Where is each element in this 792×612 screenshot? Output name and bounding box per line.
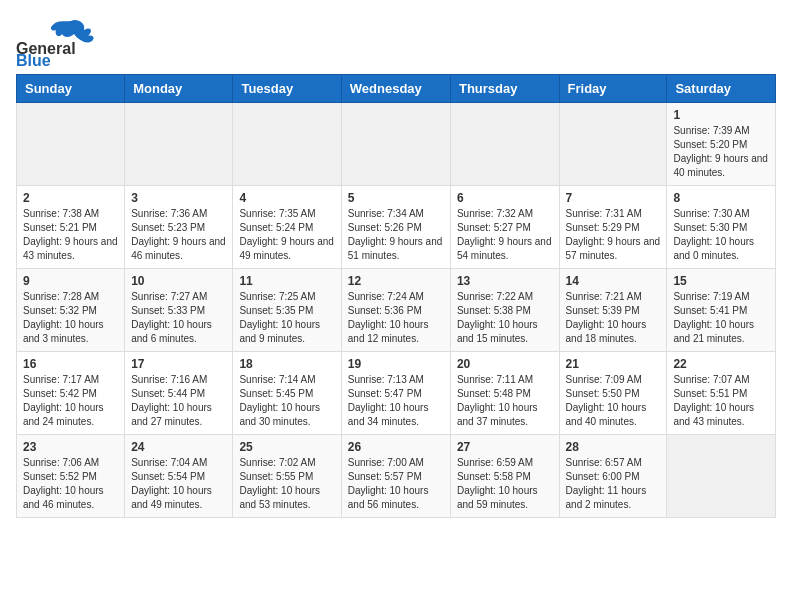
calendar-week-row: 9Sunrise: 7:28 AM Sunset: 5:32 PM Daylig… [17,269,776,352]
day-number: 3 [131,191,226,205]
day-number: 6 [457,191,553,205]
day-info: Sunrise: 7:11 AM Sunset: 5:48 PM Dayligh… [457,373,553,429]
day-number: 1 [673,108,769,122]
day-info: Sunrise: 7:07 AM Sunset: 5:51 PM Dayligh… [673,373,769,429]
day-number: 9 [23,274,118,288]
calendar-day-cell: 3Sunrise: 7:36 AM Sunset: 5:23 PM Daylig… [125,186,233,269]
day-number: 24 [131,440,226,454]
day-info: Sunrise: 7:16 AM Sunset: 5:44 PM Dayligh… [131,373,226,429]
calendar-day-cell [341,103,450,186]
weekday-header-sunday: Sunday [17,75,125,103]
calendar-day-cell: 14Sunrise: 7:21 AM Sunset: 5:39 PM Dayli… [559,269,667,352]
day-info: Sunrise: 7:28 AM Sunset: 5:32 PM Dayligh… [23,290,118,346]
day-number: 16 [23,357,118,371]
weekday-header-saturday: Saturday [667,75,776,103]
day-number: 11 [239,274,334,288]
calendar-day-cell [559,103,667,186]
calendar-day-cell: 1Sunrise: 7:39 AM Sunset: 5:20 PM Daylig… [667,103,776,186]
calendar-day-cell: 22Sunrise: 7:07 AM Sunset: 5:51 PM Dayli… [667,352,776,435]
day-number: 8 [673,191,769,205]
calendar-day-cell: 15Sunrise: 7:19 AM Sunset: 5:41 PM Dayli… [667,269,776,352]
day-number: 26 [348,440,444,454]
logo-icon: GeneralBlue [16,16,96,66]
calendar-day-cell [233,103,341,186]
day-info: Sunrise: 7:09 AM Sunset: 5:50 PM Dayligh… [566,373,661,429]
day-number: 15 [673,274,769,288]
calendar-day-cell: 18Sunrise: 7:14 AM Sunset: 5:45 PM Dayli… [233,352,341,435]
weekday-header-friday: Friday [559,75,667,103]
day-number: 10 [131,274,226,288]
calendar-day-cell: 24Sunrise: 7:04 AM Sunset: 5:54 PM Dayli… [125,435,233,518]
day-number: 2 [23,191,118,205]
day-info: Sunrise: 7:38 AM Sunset: 5:21 PM Dayligh… [23,207,118,263]
header: GeneralBlue [16,16,776,66]
calendar-day-cell: 20Sunrise: 7:11 AM Sunset: 5:48 PM Dayli… [450,352,559,435]
day-number: 7 [566,191,661,205]
day-info: Sunrise: 7:02 AM Sunset: 5:55 PM Dayligh… [239,456,334,512]
calendar-day-cell: 5Sunrise: 7:34 AM Sunset: 5:26 PM Daylig… [341,186,450,269]
day-number: 14 [566,274,661,288]
svg-text:Blue: Blue [16,52,51,66]
day-info: Sunrise: 7:14 AM Sunset: 5:45 PM Dayligh… [239,373,334,429]
day-info: Sunrise: 6:57 AM Sunset: 6:00 PM Dayligh… [566,456,661,512]
day-info: Sunrise: 7:36 AM Sunset: 5:23 PM Dayligh… [131,207,226,263]
calendar-day-cell: 27Sunrise: 6:59 AM Sunset: 5:58 PM Dayli… [450,435,559,518]
day-number: 21 [566,357,661,371]
day-info: Sunrise: 7:30 AM Sunset: 5:30 PM Dayligh… [673,207,769,263]
calendar-day-cell: 12Sunrise: 7:24 AM Sunset: 5:36 PM Dayli… [341,269,450,352]
calendar-day-cell: 9Sunrise: 7:28 AM Sunset: 5:32 PM Daylig… [17,269,125,352]
day-number: 5 [348,191,444,205]
weekday-header-wednesday: Wednesday [341,75,450,103]
logo: GeneralBlue [16,16,96,66]
day-number: 28 [566,440,661,454]
day-number: 18 [239,357,334,371]
day-info: Sunrise: 7:04 AM Sunset: 5:54 PM Dayligh… [131,456,226,512]
calendar-day-cell: 7Sunrise: 7:31 AM Sunset: 5:29 PM Daylig… [559,186,667,269]
calendar-day-cell [667,435,776,518]
calendar-week-row: 1Sunrise: 7:39 AM Sunset: 5:20 PM Daylig… [17,103,776,186]
day-number: 13 [457,274,553,288]
calendar-day-cell: 10Sunrise: 7:27 AM Sunset: 5:33 PM Dayli… [125,269,233,352]
day-number: 12 [348,274,444,288]
day-info: Sunrise: 7:06 AM Sunset: 5:52 PM Dayligh… [23,456,118,512]
day-number: 20 [457,357,553,371]
day-info: Sunrise: 7:17 AM Sunset: 5:42 PM Dayligh… [23,373,118,429]
calendar-day-cell: 28Sunrise: 6:57 AM Sunset: 6:00 PM Dayli… [559,435,667,518]
calendar-week-row: 23Sunrise: 7:06 AM Sunset: 5:52 PM Dayli… [17,435,776,518]
calendar-day-cell: 25Sunrise: 7:02 AM Sunset: 5:55 PM Dayli… [233,435,341,518]
calendar-day-cell: 6Sunrise: 7:32 AM Sunset: 5:27 PM Daylig… [450,186,559,269]
weekday-header-tuesday: Tuesday [233,75,341,103]
calendar-header-row: SundayMondayTuesdayWednesdayThursdayFrid… [17,75,776,103]
day-info: Sunrise: 7:24 AM Sunset: 5:36 PM Dayligh… [348,290,444,346]
day-info: Sunrise: 7:25 AM Sunset: 5:35 PM Dayligh… [239,290,334,346]
day-number: 4 [239,191,334,205]
day-number: 19 [348,357,444,371]
day-info: Sunrise: 6:59 AM Sunset: 5:58 PM Dayligh… [457,456,553,512]
calendar-day-cell: 17Sunrise: 7:16 AM Sunset: 5:44 PM Dayli… [125,352,233,435]
day-info: Sunrise: 7:31 AM Sunset: 5:29 PM Dayligh… [566,207,661,263]
calendar-table: SundayMondayTuesdayWednesdayThursdayFrid… [16,74,776,518]
day-number: 27 [457,440,553,454]
day-info: Sunrise: 7:35 AM Sunset: 5:24 PM Dayligh… [239,207,334,263]
day-info: Sunrise: 7:21 AM Sunset: 5:39 PM Dayligh… [566,290,661,346]
calendar-day-cell: 8Sunrise: 7:30 AM Sunset: 5:30 PM Daylig… [667,186,776,269]
calendar-day-cell [17,103,125,186]
weekday-header-monday: Monday [125,75,233,103]
calendar-day-cell: 16Sunrise: 7:17 AM Sunset: 5:42 PM Dayli… [17,352,125,435]
day-info: Sunrise: 7:22 AM Sunset: 5:38 PM Dayligh… [457,290,553,346]
day-number: 17 [131,357,226,371]
calendar-day-cell: 4Sunrise: 7:35 AM Sunset: 5:24 PM Daylig… [233,186,341,269]
calendar-day-cell: 11Sunrise: 7:25 AM Sunset: 5:35 PM Dayli… [233,269,341,352]
calendar-week-row: 16Sunrise: 7:17 AM Sunset: 5:42 PM Dayli… [17,352,776,435]
day-info: Sunrise: 7:32 AM Sunset: 5:27 PM Dayligh… [457,207,553,263]
calendar-day-cell: 2Sunrise: 7:38 AM Sunset: 5:21 PM Daylig… [17,186,125,269]
day-number: 22 [673,357,769,371]
calendar-day-cell [125,103,233,186]
day-info: Sunrise: 7:34 AM Sunset: 5:26 PM Dayligh… [348,207,444,263]
calendar-day-cell: 13Sunrise: 7:22 AM Sunset: 5:38 PM Dayli… [450,269,559,352]
calendar-day-cell: 23Sunrise: 7:06 AM Sunset: 5:52 PM Dayli… [17,435,125,518]
weekday-header-thursday: Thursday [450,75,559,103]
calendar-day-cell [450,103,559,186]
day-number: 25 [239,440,334,454]
calendar-day-cell: 26Sunrise: 7:00 AM Sunset: 5:57 PM Dayli… [341,435,450,518]
